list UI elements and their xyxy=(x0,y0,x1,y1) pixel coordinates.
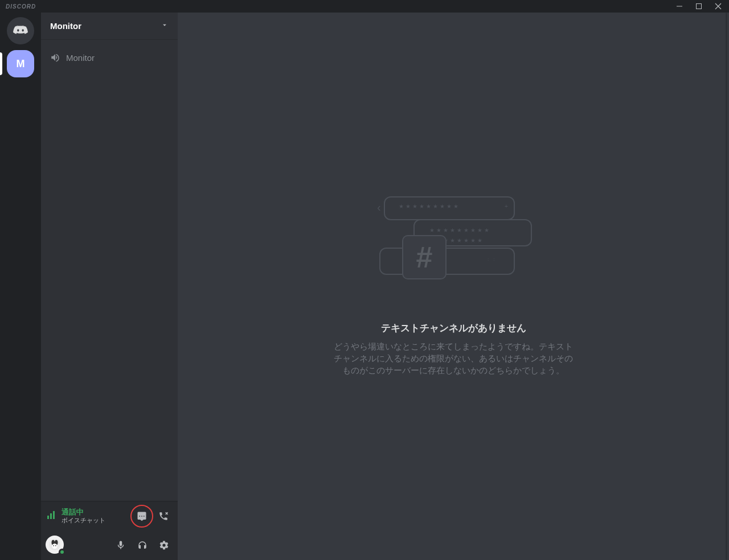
user-panel xyxy=(41,530,178,560)
avatar-icon xyxy=(48,538,61,551)
deafen-button[interactable] xyxy=(133,536,151,554)
window-maximize-button[interactable] xyxy=(691,0,706,13)
status-online-icon xyxy=(59,549,65,555)
guild-icon-monitor[interactable]: M xyxy=(7,50,34,77)
svg-rect-2 xyxy=(47,516,49,519)
svg-rect-3 xyxy=(50,513,52,519)
empty-state: ‹ ★★★★★★★★★ + ★★★★★★★★★ ★★★★★★ : : # テキス… xyxy=(331,196,576,376)
user-settings-button[interactable] xyxy=(155,536,173,554)
empty-title: テキストチャンネルがありません xyxy=(381,322,526,335)
svg-rect-4 xyxy=(53,511,55,519)
svg-point-9 xyxy=(53,545,54,546)
voice-channel-label: Monitor xyxy=(66,53,95,63)
channel-sidebar: Monitor Monitor 通話中 ボイスチャット xyxy=(41,13,178,560)
user-avatar[interactable] xyxy=(46,536,65,555)
window-close-button[interactable] xyxy=(711,0,726,13)
title-bar: DISCORD xyxy=(0,0,729,13)
home-button[interactable] xyxy=(7,17,34,44)
empty-illustration-icon: ‹ ★★★★★★★★★ + ★★★★★★★★★ ★★★★★★ : : # xyxy=(379,196,527,299)
svg-rect-0 xyxy=(677,6,682,7)
voice-status-sub: ボイスチャット xyxy=(62,517,129,524)
server-name: Monitor xyxy=(50,21,81,31)
voice-status-panel: 通話中 ボイスチャット xyxy=(41,501,178,530)
discord-logo-icon xyxy=(13,25,28,36)
main-content: ‹ ★★★★★★★★★ + ★★★★★★★★★ ★★★★★★ : : # テキス… xyxy=(178,13,729,560)
app-brand: DISCORD xyxy=(6,3,36,10)
guild-selected-pill xyxy=(0,52,2,75)
chevron-down-icon xyxy=(161,21,169,31)
guild-list: M xyxy=(0,13,41,560)
noise-suppression-button[interactable] xyxy=(133,508,150,525)
svg-point-10 xyxy=(55,545,56,546)
server-header[interactable]: Monitor xyxy=(41,13,178,40)
disconnect-button[interactable] xyxy=(155,508,172,525)
empty-body: どうやら場違いなところに来てしまったようですね。テキストチャンネルに入るための権… xyxy=(331,340,576,376)
signal-icon xyxy=(47,510,57,522)
window-buttons xyxy=(672,0,726,13)
window-minimize-button[interactable] xyxy=(672,0,687,13)
mute-mic-button[interactable] xyxy=(112,536,130,554)
channel-list: Monitor xyxy=(41,40,178,501)
svg-point-8 xyxy=(52,543,57,549)
svg-rect-1 xyxy=(697,4,702,9)
voice-status-text: 通話中 xyxy=(62,508,129,516)
voice-channel-monitor[interactable]: Monitor xyxy=(46,49,173,66)
speaker-icon xyxy=(50,52,60,63)
